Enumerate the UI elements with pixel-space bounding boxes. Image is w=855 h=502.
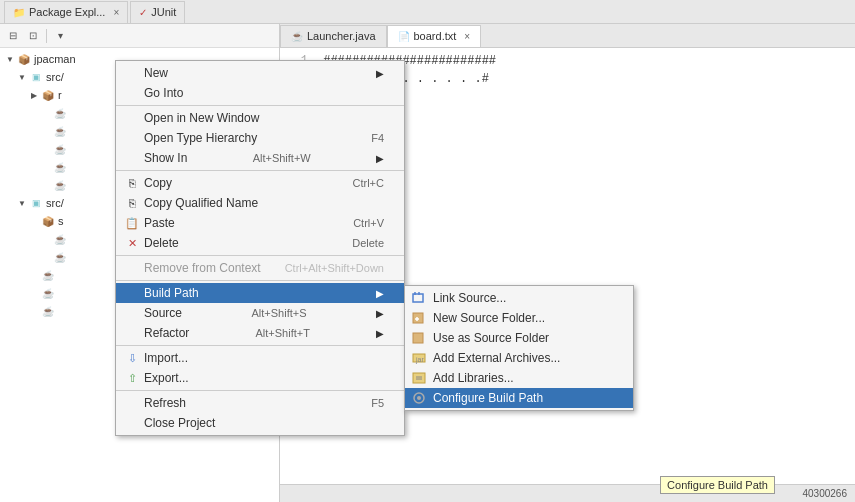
view-menu-button[interactable]: ▾	[51, 27, 69, 45]
menu-item-import-label: Import...	[144, 351, 188, 365]
tree-label-pkg-s: s	[58, 215, 64, 227]
editor-tab-board-close[interactable]: ×	[464, 31, 470, 42]
menu-item-open-type[interactable]: Open Type Hierarchy F4	[116, 128, 404, 148]
tree-arrow-src2: ▼	[16, 199, 28, 208]
submenu-item-new-source[interactable]: New Source Folder...	[405, 308, 633, 328]
menu-item-copy-qualified[interactable]: ⎘ Copy Qualified Name	[116, 193, 404, 213]
tree-arrow-pkg-r: ▶	[28, 91, 40, 100]
collapse-all-button[interactable]: ⊟	[4, 27, 22, 45]
menu-item-copy-qualified-label: Copy Qualified Name	[144, 196, 258, 210]
submenu-label-add-libraries: Add Libraries...	[433, 371, 514, 385]
menu-item-open-type-label: Open Type Hierarchy	[144, 131, 257, 145]
menu-item-import[interactable]: ⇩ Import...	[116, 348, 404, 368]
menu-item-new[interactable]: New ▶	[116, 63, 404, 83]
copy-qualified-icon: ⎘	[124, 195, 140, 211]
refactor-shortcut: Alt+Shift+T	[255, 327, 309, 339]
configure-build-tooltip: Configure Build Path	[660, 476, 775, 494]
tree-icon-j5: ☕	[52, 177, 68, 193]
source-shortcut: Alt+Shift+S	[251, 307, 306, 319]
menu-item-go-into[interactable]: Go Into	[116, 83, 404, 103]
menu-item-paste[interactable]: 📋 Paste Ctrl+V	[116, 213, 404, 233]
tree-icon-j8: ☕	[40, 267, 56, 283]
menu-item-open-window-label: Open in New Window	[144, 111, 259, 125]
paste-icon: 📋	[124, 215, 140, 231]
context-menu: New ▶ Go Into Open in New Window Open Ty…	[115, 60, 405, 436]
menu-item-paste-label: Paste	[144, 216, 175, 230]
menu-item-remove-context[interactable]: Remove from Context Ctrl+Alt+Shift+Down	[116, 258, 404, 278]
menu-item-refactor-label: Refactor	[144, 326, 189, 340]
tree-label-src2: src/	[46, 197, 64, 209]
submenu-item-link-source[interactable]: Link Source...	[405, 288, 633, 308]
editor-tab-board-label: board.txt	[414, 30, 457, 42]
editor-tab-launcher[interactable]: ☕ Launcher.java	[280, 25, 387, 47]
tree-icon-root: 📦	[16, 51, 32, 67]
editor-tabs: ☕ Launcher.java 📄 board.txt ×	[280, 24, 855, 48]
tree-label-pkg-r: r	[58, 89, 62, 101]
tree-label-src1: src/	[46, 71, 64, 83]
import-icon: ⇩	[124, 350, 140, 366]
configure-build-icon	[411, 390, 427, 406]
submenu-label-new-source: New Source Folder...	[433, 311, 545, 325]
submenu-label-use-as-source: Use as Source Folder	[433, 331, 549, 345]
show-in-submenu-arrow: ▶	[376, 153, 384, 164]
menu-item-new-label: New	[144, 66, 168, 80]
use-as-source-icon	[411, 330, 427, 346]
menu-item-show-in[interactable]: Show In Alt+Shift+W ▶	[116, 148, 404, 168]
tree-icon-j2: ☕	[52, 123, 68, 139]
menu-item-close-project[interactable]: Close Project	[116, 413, 404, 433]
add-libraries-icon	[411, 370, 427, 386]
menu-item-source-label: Source	[144, 306, 182, 320]
refactor-submenu-arrow: ▶	[376, 328, 384, 339]
new-submenu-arrow: ▶	[376, 68, 384, 79]
svg-rect-3	[413, 313, 423, 323]
tree-arrow-src1: ▼	[16, 73, 28, 82]
menu-sep-2	[116, 170, 404, 171]
tooltip-text: Configure Build Path	[667, 479, 768, 491]
status-text: 40300266	[803, 488, 848, 499]
tree-icon-j3: ☕	[52, 141, 68, 157]
submenu-item-use-as-source[interactable]: Use as Source Folder	[405, 328, 633, 348]
show-in-shortcut: Alt+Shift+W	[253, 152, 311, 164]
menu-item-build-path[interactable]: Build Path ▶	[116, 283, 404, 303]
submenu-label-link-source: Link Source...	[433, 291, 506, 305]
menu-item-refactor[interactable]: Refactor Alt+Shift+T ▶	[116, 323, 404, 343]
submenu-item-configure-build[interactable]: Configure Build Path	[405, 388, 633, 408]
tree-icon-pkg-r: 📦	[40, 87, 56, 103]
menu-item-source[interactable]: Source Alt+Shift+S ▶	[116, 303, 404, 323]
junit-icon: ✓	[139, 7, 147, 18]
editor-tab-board[interactable]: 📄 board.txt ×	[387, 25, 482, 47]
editor-tab-launcher-label: Launcher.java	[307, 30, 376, 42]
menu-item-copy[interactable]: ⎘ Copy Ctrl+C	[116, 173, 404, 193]
tree-icon-j1: ☕	[52, 105, 68, 121]
svg-text:jar: jar	[415, 356, 424, 364]
menu-item-export[interactable]: ⇧ Export...	[116, 368, 404, 388]
source-submenu-arrow: ▶	[376, 308, 384, 319]
link-source-icon	[411, 290, 427, 306]
submenu-label-configure-build: Configure Build Path	[433, 391, 543, 405]
menu-item-remove-context-label: Remove from Context	[144, 261, 261, 275]
menu-item-build-path-label: Build Path	[144, 286, 199, 300]
menu-item-export-label: Export...	[144, 371, 189, 385]
menu-item-delete[interactable]: ✕ Delete Delete	[116, 233, 404, 253]
tree-icon-j6: ☕	[52, 231, 68, 247]
launcher-tab-icon: ☕	[291, 31, 303, 42]
link-editor-button[interactable]: ⊡	[24, 27, 42, 45]
tab-junit-label: JUnit	[151, 6, 176, 18]
tab-package-explorer[interactable]: 📁 Package Expl... ×	[4, 1, 128, 23]
tree-icon-j10: ☕	[40, 303, 56, 319]
copy-shortcut: Ctrl+C	[353, 177, 384, 189]
menu-item-refresh-label: Refresh	[144, 396, 186, 410]
menu-sep-5	[116, 345, 404, 346]
build-path-submenu-arrow: ▶	[376, 288, 384, 299]
submenu-label-add-external: Add External Archives...	[433, 351, 560, 365]
tab-junit[interactable]: ✓ JUnit	[130, 1, 185, 23]
menu-item-refresh[interactable]: Refresh F5	[116, 393, 404, 413]
paste-shortcut: Ctrl+V	[353, 217, 384, 229]
tab-package-explorer-close[interactable]: ×	[113, 7, 119, 18]
submenu-item-add-libraries[interactable]: Add Libraries...	[405, 368, 633, 388]
toolbar-separator	[46, 29, 47, 43]
submenu-item-add-external[interactable]: jar Add External Archives...	[405, 348, 633, 368]
menu-item-open-window[interactable]: Open in New Window	[116, 108, 404, 128]
tree-arrow-root: ▼	[4, 55, 16, 64]
delete-icon: ✕	[124, 235, 140, 251]
